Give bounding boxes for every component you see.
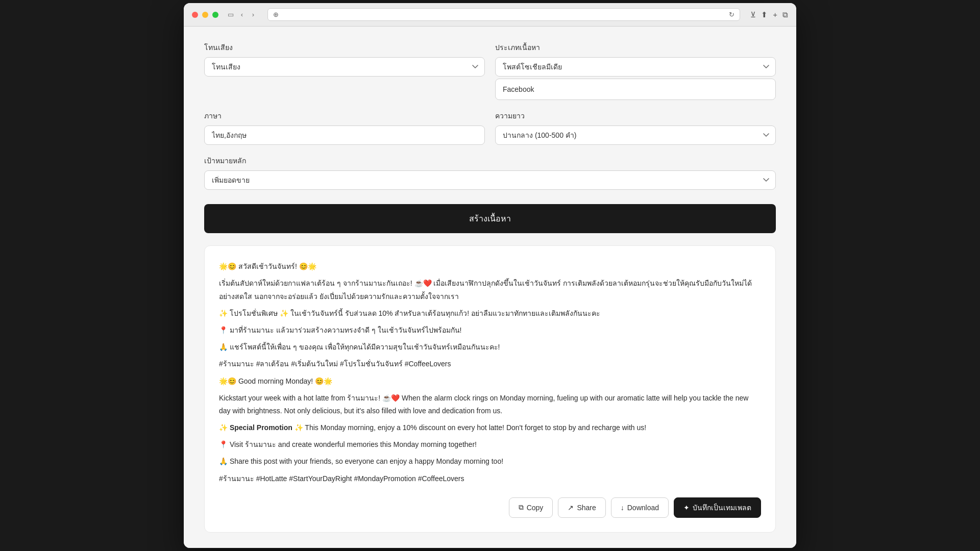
thai-line2: เริ่มต้นสัปดาห์ใหม่ด้วยกาแฟลาเต้ร้อน ๆ จ… — [219, 277, 761, 303]
eng-visit: 📍 Visit ร้านมานะ and create wonderful me… — [219, 438, 761, 451]
facebook-suggestion[interactable]: Facebook — [495, 79, 776, 100]
result-actions: ⧉ Copy ↗ Share ↓ Download ✦ บันทึกเป็นเท… — [219, 497, 761, 518]
eng-promo-label: Special Promotion — [230, 423, 292, 432]
download-label: Download — [627, 504, 659, 512]
language-length-row: ภาษา ความยาว ปานกลาง (100-500 คำ) — [204, 110, 776, 145]
maximize-button[interactable] — [212, 12, 218, 18]
thai-promo: ✨ โปรโมชั่นพิเศษ ✨ ในเช้าวันจันทร์นี้ รั… — [219, 307, 761, 320]
content-type-select[interactable]: โพสต์โซเชียลมีเดีย — [495, 57, 776, 77]
browser-window: ▭ ‹ › ⊕ ↻ ⊻ ⬆ + ⧉ โทนเสียง โทนเสียง ประเ… — [184, 3, 796, 548]
thai-share: 🙏 แชร์โพสต์นี้ให้เพื่อน ๆ ของคุณ เพื่อให… — [219, 341, 761, 354]
goal-select[interactable]: เพิ่มยอดขาย — [204, 170, 776, 190]
minimize-button[interactable] — [202, 12, 208, 18]
share-icon: ↗ — [568, 504, 574, 512]
close-button[interactable] — [192, 12, 198, 18]
thai-hashtags: #ร้านมานะ #ลาเต้ร้อน #เริ่มต้นวันใหม่ #โ… — [219, 358, 761, 370]
eng-line1: 🌟😊 Good morning Monday! 😊🌟 — [219, 375, 761, 388]
share-button[interactable]: ↗ Share — [558, 497, 605, 518]
titlebar-right-controls: ⊻ ⬆ + ⧉ — [750, 10, 788, 19]
tone-select[interactable]: โทนเสียง — [204, 57, 485, 77]
address-bar[interactable]: ⊕ ↻ — [267, 8, 740, 21]
tone-label: โทนเสียง — [204, 42, 485, 53]
language-label: ภาษา — [204, 110, 485, 121]
download-button[interactable]: ↓ Download — [611, 497, 669, 518]
language-input[interactable] — [204, 126, 485, 145]
titlebar: ▭ ‹ › ⊕ ↻ ⊻ ⬆ + ⧉ — [184, 3, 796, 27]
result-card: 🌟😊 สวัสดีเช้าวันจันทร์! 😊🌟 เริ่มต้นสัปดา… — [204, 245, 776, 533]
content-type-group: ประเภทเนื้อหา โพสต์โซเชียลมีเดีย Faceboo… — [495, 42, 776, 100]
save-template-button[interactable]: ✦ บันทึกเป็นเทมเพลต — [674, 497, 761, 518]
copy-button[interactable]: ⧉ Copy — [509, 497, 553, 518]
copy-label: Copy — [527, 504, 544, 512]
traffic-lights — [192, 12, 218, 18]
goal-label: เป้าหมายหลัก — [204, 155, 776, 166]
sidebar-toggle-icon[interactable]: ▭ — [227, 11, 235, 19]
length-label: ความยาว — [495, 110, 776, 121]
eng-promo: ✨ Special Promotion ✨ This Monday mornin… — [219, 421, 761, 434]
eng-share: 🙏 Share this post with your friends, so … — [219, 455, 761, 468]
share-icon[interactable]: ⬆ — [761, 10, 768, 19]
save-icon: ✦ — [683, 504, 690, 512]
thai-line1: 🌟😊 สวัสดีเช้าวันจันทร์! 😊🌟 — [219, 260, 761, 273]
copy-icon: ⧉ — [519, 503, 524, 512]
tone-content-row: โทนเสียง โทนเสียง ประเภทเนื้อหา โพสต์โซเ… — [204, 42, 776, 100]
eng-promo-text: ✨ This Monday morning, enjoy a 10% disco… — [295, 423, 646, 432]
length-select[interactable]: ปานกลาง (100-500 คำ) — [495, 126, 776, 145]
language-group: ภาษา — [204, 110, 485, 145]
main-content: โทนเสียง โทนเสียง ประเภทเนื้อหา โพสต์โซเ… — [184, 27, 796, 548]
reload-icon[interactable]: ↻ — [729, 11, 734, 18]
generate-button[interactable]: สร้างเนื้อหา — [204, 204, 776, 233]
tone-group: โทนเสียง โทนเสียง — [204, 42, 485, 100]
new-tab-icon[interactable]: + — [773, 10, 777, 19]
download-icon: ↓ — [621, 504, 624, 512]
back-icon[interactable]: ‹ — [238, 11, 246, 19]
goal-group: เป้าหมายหลัก เพิ่มยอดขาย — [204, 155, 776, 190]
forward-icon[interactable]: › — [249, 11, 257, 19]
content-type-label: ประเภทเนื้อหา — [495, 42, 776, 53]
save-template-label: บันทึกเป็นเทมเพลต — [693, 502, 751, 513]
share-label: Share — [577, 504, 596, 512]
length-group: ความยาว ปานกลาง (100-500 คำ) — [495, 110, 776, 145]
tabs-icon[interactable]: ⧉ — [782, 10, 788, 19]
shield-icon: ⊕ — [273, 11, 279, 18]
result-text: 🌟😊 สวัสดีเช้าวันจันทร์! 😊🌟 เริ่มต้นสัปดา… — [219, 260, 761, 485]
goal-row: เป้าหมายหลัก เพิ่มยอดขาย — [204, 155, 776, 190]
thai-visit: 📍 มาที่ร้านมานะ แล้วมาร่วมสร้างความทรงจำ… — [219, 324, 761, 337]
download-icon[interactable]: ⊻ — [750, 10, 756, 19]
nav-controls: ▭ ‹ › — [227, 11, 257, 19]
eng-line2: Kickstart your week with a hot latte fro… — [219, 392, 761, 417]
eng-hashtags: #ร้านมานะ #HotLatte #StartYourDayRight #… — [219, 472, 761, 485]
